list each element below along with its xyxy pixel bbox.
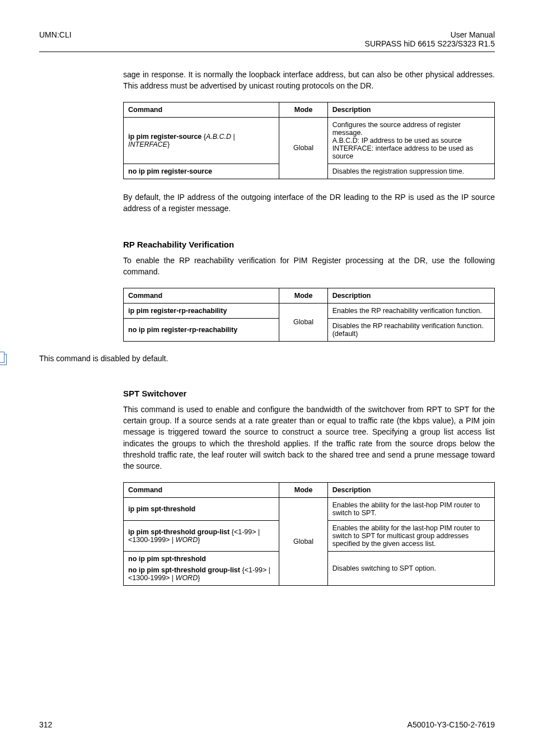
header-right: User Manual SURPASS hiD 6615 S223/S323 R… — [365, 30, 495, 48]
th-description: Description — [327, 482, 494, 497]
cell-command: ip pim spt-threshold — [124, 497, 279, 520]
table-spt-threshold: Command Mode Description ip pim spt-thre… — [123, 482, 495, 586]
paragraph: This command is used to enable and confi… — [123, 404, 495, 472]
cell-command: no ip pim register-source — [124, 164, 279, 179]
cmd-text: no ip pim register-source — [128, 167, 212, 175]
desc-line: INTERFACE: interface address to be used … — [332, 144, 490, 160]
th-description: Description — [327, 102, 494, 117]
cmd-param: A.B.C.D — [206, 133, 231, 141]
note-block: i This command is disabled by default. — [0, 354, 495, 363]
cell-description: Enables the ability for the last-hop PIM… — [327, 520, 494, 551]
cmd-text: no ip pim register-rp-reachability — [128, 326, 237, 334]
table-header-row: Command Mode Description — [124, 102, 495, 117]
cell-description: Configures the source address of registe… — [327, 117, 494, 164]
desc-line: Configures the source address of registe… — [332, 121, 490, 137]
cell-description: Disables switching to SPT option. — [327, 551, 494, 585]
cell-mode: Global — [279, 117, 327, 179]
table-header-row: Command Mode Description — [124, 482, 495, 497]
footer-page-number: 312 — [39, 720, 52, 729]
content-area: sage in response. It is normally the loo… — [123, 69, 495, 342]
th-command: Command — [124, 482, 279, 497]
th-mode: Mode — [279, 288, 327, 303]
cmd-text: no ip pim spt-threshold group-list — [128, 566, 242, 574]
note-text: This command is disabled by default. — [39, 354, 495, 363]
content-area-2: SPT Switchover This command is used to e… — [123, 389, 495, 586]
desc-line: Disables the RP reachability verificatio… — [332, 322, 490, 330]
cell-description: Enables the RP reachability verification… — [327, 303, 494, 318]
page: UMN:CLI User Manual SURPASS hiD 6615 S22… — [0, 0, 534, 756]
cell-description: Disables the RP reachability verificatio… — [327, 318, 494, 341]
footer-doc-id: A50010-Y3-C150-2-7619 — [407, 720, 495, 729]
th-mode: Mode — [279, 482, 327, 497]
cell-description: Disables the registration suppression ti… — [327, 164, 494, 179]
th-description: Description — [327, 288, 494, 303]
th-command: Command — [124, 288, 279, 303]
note-icon: i — [0, 352, 10, 368]
cmd-text: ip pim spt-threshold group-list — [128, 528, 232, 536]
cmd-brace: } — [198, 536, 200, 544]
cell-mode: Global — [279, 497, 327, 585]
desc-line: A.B.C.D: IP address to be used as source — [332, 137, 490, 144]
cell-command: ip pim spt-threshold group-list {<1-99> … — [124, 520, 279, 551]
cell-description: Enables the ability for the last-hop PIM… — [327, 497, 494, 520]
cmd-text: ip pim register-rp-reachability — [128, 307, 227, 315]
cell-command: ip pim register-rp-reachability — [124, 303, 279, 318]
header-right-line2: SURPASS hiD 6615 S223/S323 R1.5 — [365, 39, 495, 48]
cmd-text: ip pim spt-threshold — [128, 505, 195, 513]
table-register-source: Command Mode Description ip pim register… — [123, 102, 495, 179]
table-rp-reachability: Command Mode Description ip pim register… — [123, 288, 495, 342]
cell-command: no ip pim register-rp-reachability — [124, 318, 279, 341]
desc-line: (default) — [332, 330, 490, 338]
table-row: ip pim register-source {A.B.C.D | INTERF… — [124, 117, 495, 164]
cell-mode: Global — [279, 303, 327, 341]
paragraph: By default, the IP address of the outgoi… — [123, 192, 495, 214]
header-left: UMN:CLI — [39, 30, 72, 48]
paragraph: To enable the RP reachability verificati… — [123, 255, 495, 278]
cell-command: no ip pim spt-threshold no ip pim spt-th… — [124, 551, 279, 585]
table-header-row: Command Mode Description — [124, 288, 495, 303]
cmd-param: WORD — [176, 574, 198, 582]
section-title-rp: RP Reachability Verification — [123, 240, 495, 249]
header-rule — [39, 52, 495, 52]
section-title-spt: SPT Switchover — [123, 389, 495, 398]
cmd-text: no ip pim spt-threshold — [128, 555, 206, 563]
table-row: ip pim spt-threshold Global Enables the … — [124, 497, 495, 520]
th-command: Command — [124, 102, 279, 117]
intro-paragraph: sage in response. It is normally the loo… — [123, 69, 495, 92]
cmd-param: INTERFACE — [128, 141, 167, 148]
cmd-param: WORD — [176, 536, 198, 544]
header-right-line1: User Manual — [365, 30, 495, 39]
table-row: ip pim register-rp-reachability Global E… — [124, 303, 495, 318]
cmd-text: ip pim register-source — [128, 133, 204, 141]
page-footer: 312 A50010-Y3-C150-2-7619 — [39, 720, 495, 729]
cmd-brace: } — [167, 141, 170, 148]
cell-command: ip pim register-source {A.B.C.D | INTERF… — [124, 117, 279, 164]
page-header: UMN:CLI User Manual SURPASS hiD 6615 S22… — [39, 30, 495, 48]
th-mode: Mode — [279, 102, 327, 117]
note-icon-front: i — [0, 352, 4, 363]
cmd-sep: | — [231, 133, 235, 141]
cmd-brace: } — [198, 574, 200, 582]
